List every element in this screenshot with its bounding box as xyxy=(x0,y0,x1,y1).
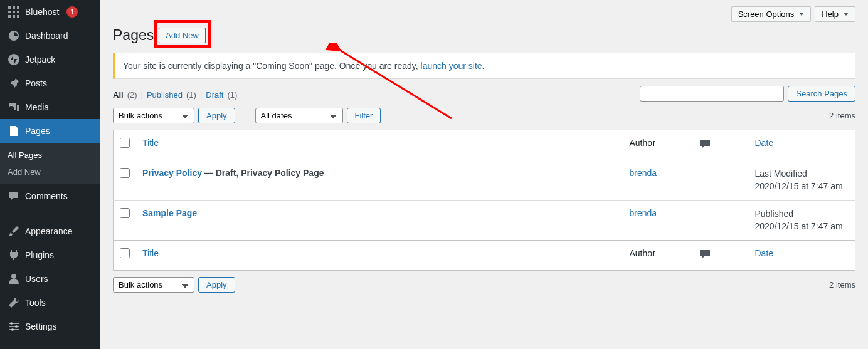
tablenav-top: Bulk actions Apply All dates Filter 2 it… xyxy=(113,108,855,123)
apply-button-top[interactable]: Apply xyxy=(198,108,235,123)
filter-draft[interactable]: Draft xyxy=(206,90,223,100)
svg-point-17 xyxy=(11,328,14,331)
pages-icon xyxy=(8,125,20,137)
page-title-link[interactable]: Privacy Policy xyxy=(142,168,202,178)
date-cell: Published2020/12/15 at 7:47 am xyxy=(749,201,855,241)
sidebar-item-label: Posts xyxy=(25,78,47,88)
author-link[interactable]: brenda xyxy=(630,208,657,218)
launch-site-link[interactable]: launch your site xyxy=(421,61,482,71)
media-icon xyxy=(8,101,20,113)
page-title-link[interactable]: Sample Page xyxy=(142,208,197,218)
filter-button[interactable]: Filter xyxy=(347,108,381,123)
sidebar-item-pages[interactable]: Pages xyxy=(0,119,100,143)
comments-cell: — xyxy=(692,160,749,201)
column-author-foot: Author xyxy=(623,241,692,271)
add-new-button[interactable]: Add New xyxy=(159,28,206,43)
filter-all[interactable]: All xyxy=(113,90,124,100)
sidebar-item-dashboard[interactable]: Dashboard xyxy=(0,24,100,48)
sidebar-item-label: Users xyxy=(25,274,48,284)
column-date[interactable]: Date xyxy=(749,130,855,160)
date-value: 2020/12/15 at 7:47 am xyxy=(755,221,843,231)
comment-icon xyxy=(699,138,711,150)
dates-select[interactable]: All dates xyxy=(255,108,343,123)
apply-button-bottom[interactable]: Apply xyxy=(198,277,235,293)
filter-draft-count: (1) xyxy=(227,90,237,100)
page-title: Pages xyxy=(113,27,154,44)
column-date-link[interactable]: Date xyxy=(755,248,774,258)
sidebar-item-comments[interactable]: Comments xyxy=(0,184,100,208)
column-title-foot[interactable]: Title xyxy=(136,241,623,271)
svg-rect-0 xyxy=(8,6,11,9)
search-input[interactable] xyxy=(640,86,784,102)
sidebar-item-label: Dashboard xyxy=(25,31,68,41)
svg-rect-2 xyxy=(17,6,19,9)
column-date-link[interactable]: Date xyxy=(755,138,774,148)
comment-icon xyxy=(699,248,711,261)
help-button[interactable]: Help xyxy=(815,6,855,22)
comments-cell: — xyxy=(692,201,749,241)
sidebar-item-label: Tools xyxy=(25,298,46,308)
sidebar-item-label: Jetpack xyxy=(25,55,55,65)
bulk-actions-select[interactable]: Bulk actions xyxy=(113,108,194,123)
sidebar-item-jetpack[interactable]: Jetpack xyxy=(0,48,100,71)
items-count-top: 2 items xyxy=(829,111,855,120)
sidebar-item-users[interactable]: Users xyxy=(0,267,100,291)
screen-meta-links: Screen Options Help xyxy=(113,6,855,22)
help-label: Help xyxy=(822,9,839,19)
row-checkbox[interactable] xyxy=(120,208,130,218)
search-row: Search Pages xyxy=(113,86,855,102)
svg-point-11 xyxy=(11,274,16,279)
filter-all-label: All xyxy=(113,90,124,100)
filter-published[interactable]: Published xyxy=(147,90,183,100)
sidebar-item-settings[interactable]: Settings xyxy=(0,315,100,338)
column-date-foot[interactable]: Date xyxy=(749,241,855,271)
sidebar-badge: 1 xyxy=(66,6,78,18)
row-checkbox[interactable] xyxy=(120,168,130,178)
select-all-checkbox-foot[interactable] xyxy=(120,248,130,258)
svg-rect-3 xyxy=(8,11,11,13)
jetpack-icon xyxy=(8,53,20,66)
post-state: — Draft, Privacy Policy Page xyxy=(202,168,324,178)
column-title[interactable]: Title xyxy=(136,130,623,160)
brush-icon xyxy=(8,225,20,237)
sidebar-item-label: Pages xyxy=(25,126,50,136)
author-link[interactable]: brenda xyxy=(630,168,657,178)
search-button[interactable]: Search Pages xyxy=(788,86,855,102)
sidebar-item-media[interactable]: Media xyxy=(0,95,100,119)
screen-options-button[interactable]: Screen Options xyxy=(731,6,812,22)
svg-point-10 xyxy=(11,105,12,106)
date-label: Last Modified xyxy=(755,169,807,179)
main-content: Screen Options Help Pages Add New Your s… xyxy=(100,0,868,349)
sidebar-item-plugins[interactable]: Plugins xyxy=(0,243,100,267)
sidebar-item-appearance[interactable]: Appearance xyxy=(0,219,100,243)
sidebar-item-label: Plugins xyxy=(25,250,54,260)
date-label: Published xyxy=(755,209,794,219)
coming-soon-notice: Your site is currently displaying a "Com… xyxy=(113,53,855,79)
column-title-link[interactable]: Title xyxy=(142,138,159,148)
notice-text-after: . xyxy=(482,61,485,71)
sidebar-item-bluehost[interactable]: Bluehost 1 xyxy=(0,0,100,24)
table-row: Privacy Policy — Draft, Privacy Policy P… xyxy=(114,160,855,201)
svg-rect-7 xyxy=(13,15,15,18)
chevron-down-icon xyxy=(799,13,804,16)
svg-rect-4 xyxy=(13,11,15,13)
sidebar-item-label: Media xyxy=(25,102,49,112)
sidebar-item-label: Settings xyxy=(25,321,57,331)
sidebar-item-tools[interactable]: Tools xyxy=(0,291,100,315)
column-title-link[interactable]: Title xyxy=(142,248,159,258)
pages-table: Title Author Date Privacy Policy — Draft… xyxy=(113,130,855,271)
tablenav-bottom: Bulk actions Apply 2 items xyxy=(113,277,855,293)
plugin-icon xyxy=(8,249,20,261)
column-author: Author xyxy=(623,130,692,160)
select-all-checkbox[interactable] xyxy=(120,138,130,148)
svg-rect-6 xyxy=(8,15,11,18)
sidebar-sub-add-new[interactable]: Add New xyxy=(0,164,100,180)
sidebar-item-posts[interactable]: Posts xyxy=(0,71,100,95)
tools-icon xyxy=(8,296,20,309)
bulk-actions-select-bottom[interactable]: Bulk actions xyxy=(113,277,194,293)
users-icon xyxy=(8,273,20,285)
svg-rect-8 xyxy=(17,15,19,18)
svg-rect-5 xyxy=(17,11,19,13)
filter-published-count: (1) xyxy=(186,90,196,100)
sidebar-sub-all-pages[interactable]: All Pages xyxy=(0,147,100,164)
